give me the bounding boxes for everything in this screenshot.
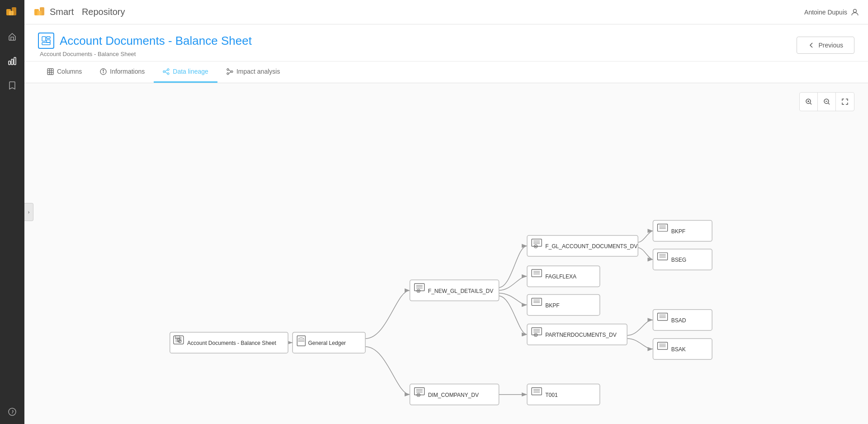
node-bsad[interactable]: BSAD: [653, 310, 712, 330]
topbar: Smart Repository Antoine Dupuis: [24, 0, 868, 24]
topbar-user: Antoine Dupuis: [804, 8, 859, 16]
main-content: Smart Repository Antoine Dupuis: [24, 0, 868, 424]
svg-rect-5: [14, 57, 16, 65]
svg-text:BSAD: BSAD: [671, 317, 686, 324]
user-avatar-icon: [851, 8, 859, 16]
svg-line-27: [165, 72, 167, 74]
sidebar: [0, 0, 24, 424]
svg-line-32: [229, 72, 231, 74]
svg-rect-14: [42, 42, 50, 45]
page-header: Account Documents - Balance Sheet Accoun…: [24, 24, 868, 61]
page-subtitle: Account Documents - Balance Sheet: [40, 51, 252, 57]
sidebar-item-bookmarks[interactable]: [0, 73, 24, 98]
tab-informations[interactable]: Informations: [91, 61, 154, 83]
node-partnerdocs[interactable]: PARTNERDOCUMENTS_DV: [527, 324, 627, 345]
svg-line-31: [229, 70, 231, 71]
node-bkpf-mid[interactable]: BKPF: [527, 294, 600, 315]
user-name: Antoine Dupuis: [804, 9, 847, 16]
svg-text:DIM_COMPANY_DV: DIM_COMPANY_DV: [428, 392, 479, 398]
edge-fnewgl-to-faglflexa: [499, 276, 527, 290]
edge-partnerdocs-to-bsak: [627, 339, 653, 349]
arrow-left-icon: [808, 42, 815, 49]
node-general-ledger[interactable]: General Ledger: [292, 332, 365, 353]
sidebar-item-home[interactable]: [0, 24, 24, 49]
edge-fglaccount-to-bseg: [638, 248, 653, 259]
svg-rect-12: [47, 37, 50, 38]
sidebar-item-help[interactable]: [0, 400, 24, 424]
edge-gl-to-dimcompany: [365, 347, 410, 395]
tab-data-lineage[interactable]: Data lineage: [154, 61, 217, 83]
info-icon: [100, 68, 107, 75]
previous-button[interactable]: Previous: [797, 37, 854, 54]
edge-gl-to-fnewgl: [365, 290, 410, 339]
svg-point-70: [418, 394, 419, 396]
svg-point-78: [535, 245, 537, 247]
edge-fnewgl-to-partnerdocs: [499, 296, 527, 334]
node-bsak[interactable]: BSAK: [653, 339, 712, 359]
sidebar-item-analytics[interactable]: [0, 49, 24, 73]
node-bkpf[interactable]: BKPF: [653, 221, 712, 241]
svg-text:Account Documents - Balance Sh: Account Documents - Balance Sheet: [187, 340, 277, 346]
svg-rect-2: [9, 11, 14, 15]
svg-point-6: [9, 408, 16, 415]
svg-point-30: [227, 73, 229, 75]
node-bseg[interactable]: BSEG: [653, 249, 712, 270]
svg-text:FAGLFLEXA: FAGLFLEXA: [545, 273, 577, 280]
node-acct-docs[interactable]: Account Documents - Balance Sheet: [170, 332, 288, 353]
edge-fglaccount-to-bkpf: [638, 231, 653, 242]
tab-impact-analysis[interactable]: Impact analysis: [217, 61, 289, 83]
svg-point-22: [103, 70, 104, 71]
svg-text:BSEG: BSEG: [671, 257, 686, 263]
lineage-diagram: Account Documents - Balance Sheet Genera…: [24, 83, 868, 424]
node-dim-company[interactable]: DIM_COMPANY_DV: [410, 384, 499, 405]
svg-text:T001: T001: [545, 392, 558, 398]
app-logo-icon: [5, 5, 19, 19]
svg-point-23: [163, 71, 165, 72]
app-name-repo: Repository: [82, 7, 125, 17]
edge-partnerdocs-to-bsad: [627, 320, 653, 335]
svg-line-26: [165, 70, 167, 71]
svg-rect-86: [527, 294, 600, 315]
svg-text:F_GL_ACCOUNT_DOCUMENTS_DV: F_GL_ACCOUNT_DOCUMENTS_DV: [545, 243, 637, 250]
svg-rect-100: [527, 384, 600, 405]
svg-point-29: [227, 69, 229, 71]
impact-icon: [226, 68, 233, 75]
app-title: Smart Repository: [33, 5, 125, 19]
sidebar-toggle[interactable]: ›: [24, 203, 33, 221]
svg-rect-13: [47, 40, 50, 42]
page-title-text: Account Documents - Balance Sheet: [60, 34, 252, 48]
grid-icon: [47, 68, 54, 75]
report-icon: [41, 36, 51, 46]
node-f-new-gl[interactable]: F_NEW_GL_DETAILS_DV: [410, 280, 499, 301]
svg-text:BKPF: BKPF: [545, 302, 559, 309]
svg-text:BSAK: BSAK: [671, 346, 686, 353]
lineage-icon: [163, 68, 170, 75]
svg-point-98: [535, 334, 537, 335]
page-title-icon: [38, 33, 54, 49]
svg-text:F_NEW_GL_DETAILS_DV: F_NEW_GL_DETAILS_DV: [428, 288, 493, 294]
node-f-gl-account[interactable]: F_GL_ACCOUNT_DOCUMENTS_DV: [527, 236, 638, 256]
app-name-smart: Smart: [50, 7, 74, 17]
svg-point-25: [167, 73, 169, 75]
svg-rect-11: [42, 37, 46, 41]
tabs-bar: Columns Informations Data lineage: [24, 61, 868, 83]
topbar-logo-icon: [33, 5, 47, 19]
tab-informations-label: Informations: [110, 68, 145, 75]
svg-point-10: [854, 9, 857, 12]
previous-button-label: Previous: [819, 42, 843, 49]
svg-point-62: [418, 290, 419, 292]
edge-fnewgl-to-fglaccount: [499, 246, 527, 287]
node-faglflexa[interactable]: FAGLFLEXA: [527, 266, 600, 287]
svg-text:PARTNERDOCUMENTS_DV: PARTNERDOCUMENTS_DV: [545, 332, 617, 338]
page-title: Account Documents - Balance Sheet: [38, 33, 252, 49]
node-t001[interactable]: T001: [527, 384, 600, 405]
svg-rect-15: [47, 69, 53, 75]
tab-data-lineage-label: Data lineage: [173, 68, 208, 75]
svg-point-24: [167, 69, 169, 71]
svg-text:BKPF: BKPF: [671, 228, 685, 235]
svg-text:General Ledger: General Ledger: [308, 340, 346, 346]
sidebar-logo: [0, 0, 24, 24]
svg-rect-4: [11, 59, 13, 65]
svg-rect-3: [9, 61, 10, 65]
tab-columns[interactable]: Columns: [38, 61, 91, 83]
